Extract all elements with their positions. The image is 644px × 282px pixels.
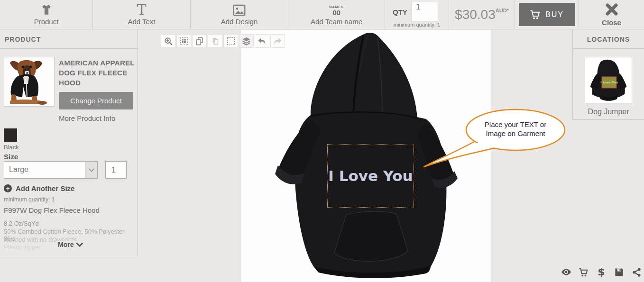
topbar-product-button[interactable]: Product — [0, 0, 93, 29]
location-thumb-illustration: I Love You — [585, 57, 632, 103]
topbar-add-team-name-label: Add Team name — [311, 18, 362, 26]
design-selection-box[interactable]: I Love You — [327, 144, 414, 208]
cart-icon — [530, 9, 541, 20]
share-icon[interactable] — [631, 267, 642, 277]
design-text: I Love You — [328, 167, 413, 184]
specs-more-link[interactable]: More — [56, 241, 85, 248]
tshirt-icon — [40, 3, 53, 17]
price-dollar-icon[interactable]: $ — [596, 267, 607, 277]
svg-text:$: $ — [598, 266, 605, 278]
topbar-add-team-name-button[interactable]: NAMES 00 Add Team name — [288, 0, 385, 29]
add-another-size-button[interactable]: + Add Another Size — [4, 184, 74, 192]
spec-zipper: Plastic zipper — [4, 244, 40, 251]
copy-button[interactable] — [192, 34, 207, 48]
price-currency: AUD* — [496, 8, 509, 13]
redo-icon — [273, 37, 282, 45]
specs-more-label: More — [58, 241, 74, 248]
preview-eye-icon[interactable] — [561, 267, 571, 277]
dog-photo-illustration — [4, 57, 54, 106]
qty-label: QTY — [393, 8, 407, 16]
add-another-size-label: Add Another Size — [16, 184, 74, 192]
topbar-price-section: $30.03AUD* — [449, 0, 515, 29]
buy-button[interactable]: BUY — [519, 3, 575, 26]
copy-icon — [195, 37, 204, 45]
chevron-down-icon — [76, 243, 83, 247]
product-panel: PRODUCT — [0, 30, 138, 257]
location-label: Dog Jumper — [573, 108, 644, 116]
close-label: Close — [602, 18, 621, 27]
zoom-in-icon — [164, 37, 173, 45]
redo-button[interactable] — [270, 34, 285, 48]
topbar-buy-section: BUY — [515, 0, 579, 29]
locations-header: LOCATIONS — [573, 30, 644, 49]
spec-weight: 8.2 Oz/SqYd — [4, 220, 39, 227]
svg-text:I Love You: I Love You — [600, 81, 618, 84]
product-photo — [4, 57, 55, 107]
product-title: AMERICAN APPAREL DOG FLEX FLEECE HOOD — [59, 58, 136, 88]
topbar-add-design-button[interactable]: Add Design — [191, 0, 288, 29]
footer-action-bar: $ — [561, 267, 642, 277]
marquee-icon — [227, 37, 235, 45]
select-print-area-icon — [180, 37, 188, 45]
zoom-in-button[interactable] — [161, 34, 175, 48]
buy-label: BUY — [545, 10, 564, 19]
color-swatch-label: Black — [4, 144, 19, 151]
qty-input[interactable] — [412, 1, 438, 21]
size-label: Size — [4, 153, 18, 161]
canvas-toolbar — [161, 34, 285, 48]
image-icon — [233, 3, 246, 17]
team-jersey-icon: NAMES 00 — [329, 3, 343, 17]
topbar-add-text-button[interactable]: T Add Text — [93, 0, 191, 29]
topbar: Product T Add Text Add Design NAMES 00 A… — [0, 0, 644, 29]
paste-button[interactable] — [208, 34, 222, 48]
size-select-value: Large — [9, 165, 28, 174]
close-x-icon — [605, 2, 619, 18]
size-qty-input[interactable] — [105, 161, 127, 179]
color-swatch-black[interactable] — [4, 128, 17, 142]
select-print-area-button[interactable] — [176, 34, 191, 48]
topbar-qty-section: QTY minimum quantity: 1 — [385, 0, 449, 29]
topbar-add-design-label: Add Design — [221, 18, 258, 26]
garment-designer-app: Product T Add Text Add Design NAMES 00 A… — [0, 0, 644, 282]
size-select[interactable]: Large — [4, 161, 98, 179]
layers-button[interactable] — [239, 34, 254, 48]
close-button[interactable]: Close — [579, 0, 644, 29]
chevron-down-icon — [85, 162, 97, 178]
location-thumbnail-dog-jumper[interactable]: I Love You — [585, 57, 632, 103]
save-icon[interactable] — [614, 267, 624, 277]
cart-icon[interactable] — [579, 267, 589, 277]
more-product-info-link[interactable]: More Product Info — [59, 114, 115, 122]
change-product-button[interactable]: Change Product — [59, 92, 133, 109]
paste-icon — [211, 37, 220, 45]
plus-circle-icon: + — [4, 184, 12, 192]
locations-panel: LOCATIONS I Love You Dog Jumper — [572, 30, 644, 120]
price-amount: $30.03 — [455, 7, 496, 22]
text-icon: T — [137, 3, 146, 17]
layers-icon — [242, 36, 251, 45]
product-panel-header: PRODUCT — [0, 30, 138, 49]
undo-button[interactable] — [255, 34, 269, 48]
topbar-product-label: Product — [34, 18, 59, 26]
marquee-button[interactable] — [223, 34, 238, 48]
product-sku: F997W Dog Flex Fleece Hood — [4, 206, 100, 214]
sidebar-minimum-qty: minimum quantity: 1 — [4, 196, 55, 203]
topbar-add-text-label: Add Text — [128, 18, 155, 26]
undo-icon — [258, 37, 267, 45]
qty-minimum-caption: minimum quantity: 1 — [385, 22, 449, 27]
